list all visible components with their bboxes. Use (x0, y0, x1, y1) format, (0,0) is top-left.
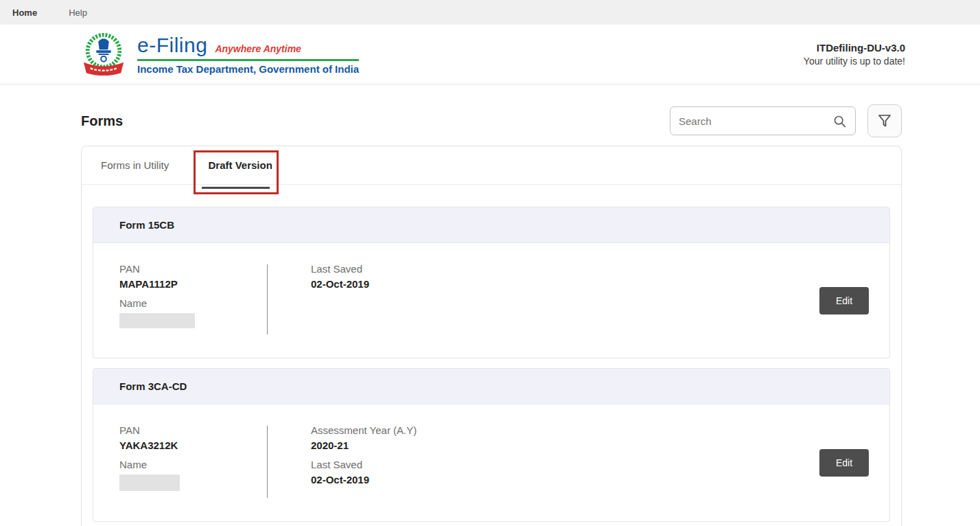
logo-green-divider (137, 59, 359, 61)
utility-version: ITDefiling-DU-v3.0 (804, 41, 905, 55)
head-actions (670, 104, 902, 137)
redacted-name-value (119, 474, 180, 491)
form-card-body: PAN YAKA3212K Name Assessment Year (A.Y)… (93, 404, 889, 521)
card-right-column: Last Saved 02-Oct-2019 (268, 243, 819, 358)
pan-value: MAPA1112P (119, 278, 267, 290)
form-card-body: PAN MAPA1112P Name Last Saved 02-Oct-201… (93, 243, 889, 358)
utility-version-block: ITDefiling-DU-v3.0 Your utility is up to… (804, 41, 905, 68)
pan-label: PAN (119, 263, 267, 275)
card-left-column: PAN MAPA1112P Name (93, 243, 267, 358)
main-content: Forms Forms in Utility Draft Version (0, 104, 980, 526)
last-saved-label: Last Saved (311, 459, 819, 470)
income-tax-emblem-icon (81, 31, 126, 78)
forms-panel: Forms in Utility Draft Version Form 15CB… (81, 146, 902, 526)
card-action-area: Edit (819, 404, 889, 521)
pan-value: YAKA3212K (119, 439, 267, 451)
filter-funnel-icon (876, 113, 893, 129)
card-action-area: Edit (819, 243, 889, 358)
edit-button-15cb[interactable]: Edit (819, 287, 869, 315)
name-label: Name (119, 297, 267, 309)
pan-label: PAN (119, 424, 267, 436)
active-tab-underline (202, 187, 270, 189)
efiling-logo: e-Filing Anywhere Anytime Income Tax Dep… (81, 31, 359, 78)
logo-text: e-Filing Anywhere Anytime Income Tax Dep… (137, 34, 359, 75)
search-input[interactable] (670, 107, 855, 135)
top-menu-bar: Home Help (0, 0, 980, 25)
brand-name: e-Filing (137, 34, 207, 57)
last-saved-value: 02-Oct-2019 (311, 278, 819, 290)
brand-tagline: Anywhere Anytime (215, 43, 301, 54)
app-header: e-Filing Anywhere Anytime Income Tax Dep… (0, 25, 980, 84)
edit-button-3ca-cd[interactable]: Edit (819, 449, 869, 477)
card-left-column: PAN YAKA3212K Name (93, 404, 267, 521)
card-right-column: Assessment Year (A.Y) 2020-21 Last Saved… (268, 404, 819, 521)
form-card-3ca-cd: Form 3CA-CD PAN YAKA3212K Name Assessmen… (93, 368, 890, 522)
form-card-15cb: Form 15CB PAN MAPA1112P Name Last Saved … (93, 207, 890, 358)
form-card-title: Form 15CB (93, 207, 889, 243)
draft-forms-list: Form 15CB PAN MAPA1112P Name Last Saved … (82, 207, 901, 522)
menu-item-help[interactable]: Help (69, 8, 87, 18)
tab-bar: Forms in Utility Draft Version (82, 146, 901, 185)
last-saved-label: Last Saved (311, 263, 819, 275)
last-saved-value: 02-Oct-2019 (311, 474, 819, 485)
assessment-year-label: Assessment Year (A.Y) (311, 424, 819, 436)
name-label: Name (119, 459, 267, 470)
tab-forms-in-utility[interactable]: Forms in Utility (101, 159, 169, 171)
menu-item-home[interactable]: Home (12, 8, 37, 18)
utility-update-status: Your utility is up to date! (804, 55, 905, 68)
form-card-title: Form 3CA-CD (93, 369, 889, 404)
redacted-name-value (119, 313, 195, 328)
tab-draft-version[interactable]: Draft Version (206, 159, 275, 171)
department-name: Income Tax Department, Government of Ind… (137, 63, 359, 75)
filter-button[interactable] (867, 104, 902, 137)
assessment-year-value: 2020-21 (311, 439, 819, 451)
search-box (670, 106, 856, 135)
section-head: Forms (81, 104, 902, 137)
page-title: Forms (81, 113, 123, 129)
search-icon (832, 114, 848, 129)
